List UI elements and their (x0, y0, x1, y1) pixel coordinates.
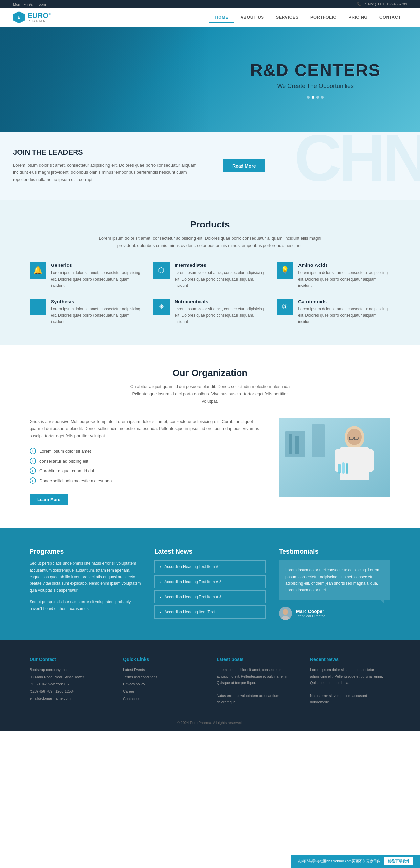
accordion-item-1[interactable]: ›Accordion Heading Text Item # 2 (154, 575, 266, 588)
product-desc-0: Lorem ipsum dolor sit amet, consectetur … (51, 270, 143, 289)
org-list-item-0: ›Lorem ipsum dolor sit amet (30, 446, 262, 456)
svg-point-17 (283, 609, 288, 615)
svg-rect-4 (312, 425, 325, 457)
footer-link-anchor-0[interactable]: Latest Events (123, 668, 145, 672)
footer-link-4[interactable]: Contact us (123, 695, 203, 701)
programs-title: Programes (30, 548, 141, 555)
join-content: JOIN THE LEADERS Lorem ipsum dolor sit a… (13, 148, 210, 183)
join-text: Lorem ipsum dolor sit amet, consectetur … (13, 162, 210, 183)
nav-home[interactable]: HOME (209, 12, 234, 23)
logo-wordmark: EURO® (28, 12, 51, 19)
accordion-label-2: Accordion Heading Text Item # 3 (164, 595, 221, 599)
org-desc: Curabitur aliquet quam id dui posuere bl… (128, 383, 292, 405)
accordion-list: ›Accordion Heading Text Item # 1›Accordi… (154, 560, 266, 619)
accordion-item-3[interactable]: ›Accordion Heading Item Text (154, 606, 266, 619)
product-desc-3: Lorem ipsum dolor sit amet, consectetur … (51, 306, 143, 325)
contact-line: email@domainname.com (30, 695, 110, 702)
header: E EURO® PHARMA HOME ABOUT US SERVICES PO… (0, 8, 420, 27)
tel-label: Tel No: (363, 2, 374, 6)
product-desc-1: Lorem ipsum dolor sit amet, consectetur … (174, 270, 267, 289)
read-more-button[interactable]: Read More (223, 159, 265, 173)
footer-links: Quick Links Latest EventsTerms and condi… (123, 657, 203, 706)
org-list-item-2: ›Curabitur aliquet quam id dui (30, 466, 262, 476)
product-name-5: Carotenoids (298, 299, 390, 304)
tel-info: 📞 Tel No: (+001) 123-456-789 (357, 2, 407, 6)
footer-link-anchor-4[interactable]: Contact us (123, 696, 140, 701)
footer-bottom: © 2024 Euro Pharma. All rights reserved. (13, 716, 407, 725)
programs-text1: Sed ut perspiciatis unde omnis iste natu… (30, 560, 141, 594)
svg-rect-3 (295, 436, 299, 454)
footer-contact: Our Contact Bootstrap company Inc0C Main… (30, 657, 110, 706)
nav-about[interactable]: ABOUT US (234, 12, 270, 23)
product-desc-4: Lorem ipsum dolor sit amet, consectetur … (174, 306, 267, 325)
list-icon-0: › (30, 448, 36, 454)
footer-link-anchor-2[interactable]: Privacy policy (123, 682, 145, 686)
nav-contact[interactable]: CONTACT (373, 12, 407, 23)
products-section: Products Lorem ipsum dolor sit amet, con… (0, 199, 420, 344)
org-inner: Our Organization Curabitur aliquet quam … (30, 368, 390, 505)
logo-sub: PHARMA (28, 19, 51, 23)
product-card-1: ⬡ Intermediates Lorem ipsum dolor sit am… (153, 262, 267, 289)
footer-link-1[interactable]: Terms and conditions (123, 674, 203, 679)
footer-link-list: Latest EventsTerms and conditionsPrivacy… (123, 667, 203, 701)
tel-number: (+001) 123-456-789 (375, 2, 407, 6)
footer-contact-title: Our Contact (30, 657, 110, 662)
scientist-illustration (279, 418, 390, 497)
product-card-4: ✳ Nutraceuticals Lorem ipsum dolor sit a… (153, 299, 267, 325)
testimonial-box: Lorem ipsum dolor met consectetur adipis… (279, 560, 390, 600)
hero-subtitle: We Create The Opportunities (250, 83, 381, 90)
nav-pricing[interactable]: PRICING (342, 12, 373, 23)
footer-posts-title: Latest posts (217, 657, 297, 662)
avatar-illustration (279, 607, 292, 620)
org-content: Grids is a responsive Multipurpose Templ… (30, 418, 390, 505)
footer-link-3[interactable]: Career (123, 688, 203, 693)
svg-rect-14 (342, 462, 344, 474)
org-list: ›Lorem ipsum dolor sit amet›consectetur … (30, 446, 262, 486)
list-text-1: consectetur adipiscing elit (39, 459, 88, 464)
footer-links-title: Quick Links (123, 657, 203, 662)
footer-link-0[interactable]: Latest Events (123, 667, 203, 672)
product-info-0: Generics Lorem ipsum dolor sit amet, con… (51, 262, 143, 289)
footer-link-anchor-3[interactable]: Career (123, 689, 134, 693)
product-name-1: Intermediates (174, 262, 267, 268)
svg-point-7 (347, 429, 362, 445)
hero-dot-2[interactable] (312, 96, 314, 99)
nav-portfolio[interactable]: PORTFOLIO (305, 12, 342, 23)
footer-link-2[interactable]: Privacy policy (123, 681, 203, 686)
footer-copyright: © 2024 Euro Pharma. All rights reserved. (177, 721, 243, 725)
hero-dot-1[interactable] (307, 96, 310, 99)
list-icon-1: › (30, 458, 36, 464)
svg-rect-13 (338, 464, 341, 474)
accordion-item-0[interactable]: ›Accordion Heading Text Item # 1 (154, 560, 266, 573)
product-desc-2: Lorem ipsum dolor sit amet, consectetur … (298, 270, 390, 289)
product-icon-1: ⬡ (153, 262, 170, 279)
nav-services[interactable]: SERVICES (270, 12, 305, 23)
hero-dots (250, 96, 381, 99)
accordion-item-2[interactable]: ›Accordion Heading Text Item # 3 (154, 590, 266, 603)
logo-icon: E (13, 11, 25, 23)
org-image (279, 418, 390, 497)
join-section: JOIN THE LEADERS Lorem ipsum dolor sit a… (0, 132, 420, 199)
product-info-2: Amino Acids Lorem ipsum dolor sit amet, … (298, 262, 390, 289)
footer-link-anchor-1[interactable]: Terms and conditions (123, 675, 157, 679)
programs-col: Programes Sed ut perspiciatis unde omnis… (30, 548, 141, 621)
org-title: Our Organization (30, 368, 390, 378)
office-hours: Mon - Fri 9am - 5pm (13, 2, 46, 6)
products-grid: 🔔 Generics Lorem ipsum dolor sit amet, c… (30, 262, 390, 325)
author-role: Technical Director (296, 614, 325, 618)
product-info-5: Carotenoids Lorem ipsum dolor sit amet, … (298, 299, 390, 325)
product-name-4: Nutraceuticals (174, 299, 267, 304)
hero-title: R&D CENTERS (250, 60, 381, 80)
list-icon-3: › (30, 477, 36, 484)
learn-more-button[interactable]: Learn More (30, 494, 68, 505)
hero-dot-4[interactable] (321, 96, 324, 99)
footer-recent: Recent News Lorem ipsum dolor sit amet, … (310, 657, 390, 706)
product-name-3: Synthesis (51, 299, 143, 304)
author-name: Marc Cooper (296, 609, 325, 614)
hero-dot-3[interactable] (316, 96, 319, 99)
contact-line: PH: 21042 New York US (30, 681, 110, 688)
accordion-arrow-1: › (160, 579, 161, 585)
testimonials-title: Testimonials (279, 548, 390, 555)
product-icon-3 (30, 299, 46, 315)
list-text-3: Donec sollicitudin molestie malesuada. (39, 478, 113, 483)
